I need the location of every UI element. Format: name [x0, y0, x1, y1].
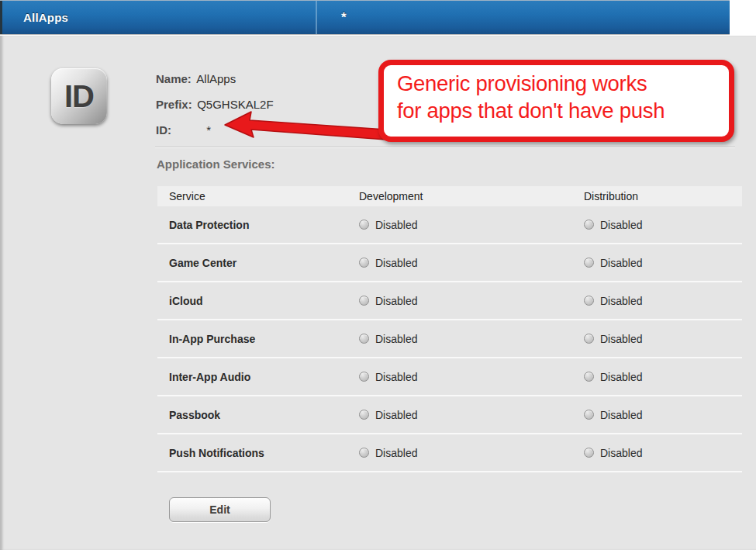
tab-app-id[interactable]: * [316, 1, 730, 34]
distribution-status: Disabled [584, 320, 642, 357]
status-label: Disabled [600, 333, 642, 345]
service-name: Passbook [169, 396, 220, 433]
radio-disabled-icon [359, 258, 369, 268]
prefix-label: Prefix: [156, 98, 194, 111]
service-name: Inter-App Audio [169, 358, 250, 395]
id-glyph: ID [64, 79, 94, 114]
status-label: Disabled [600, 371, 642, 383]
services-table-header: Service Development Distribution [157, 186, 742, 206]
radio-disabled-icon [584, 258, 594, 268]
status-label: Disabled [600, 409, 642, 421]
column-header-development: Development [359, 186, 423, 206]
development-status: Disabled [359, 396, 417, 433]
radio-disabled-icon [584, 410, 594, 420]
distribution-status: Disabled [584, 244, 642, 281]
radio-disabled-icon [359, 410, 369, 420]
service-name: In-App Purchase [169, 320, 255, 357]
status-label: Disabled [375, 333, 417, 345]
radio-disabled-icon [359, 334, 369, 344]
status-label: Disabled [600, 295, 642, 307]
header-bar: AllApps * [0, 0, 730, 35]
callout-text-line1: Generic provisioning works [397, 70, 729, 97]
development-status: Disabled [359, 358, 417, 395]
table-row-in-app-purchase: In-App Purchase Disabled Disabled [157, 320, 742, 358]
annotation-arrow-icon [211, 107, 389, 150]
status-label: Disabled [375, 371, 417, 383]
application-services-heading: Application Services: [157, 157, 275, 171]
name-value: AllApps [196, 72, 236, 85]
column-header-distribution: Distribution [584, 186, 638, 206]
table-row-inter-app-audio: Inter-App Audio Disabled Disabled [157, 358, 742, 396]
callout-text-line2: for apps that don't have push [397, 97, 729, 124]
distribution-status: Disabled [584, 206, 642, 243]
table-row-push-notifications: Push Notifications Disabled Disabled [157, 434, 742, 472]
table-row-passbook: Passbook Disabled Disabled [157, 396, 742, 434]
edit-button[interactable]: Edit [169, 497, 271, 522]
annotation-callout: Generic provisioning works for apps that… [378, 60, 734, 142]
development-status: Disabled [359, 282, 417, 319]
status-label: Disabled [375, 257, 417, 269]
app-id-detail-page: AllApps * ID Name: AllApps Prefix: Q5GHS… [0, 0, 756, 550]
service-name: Game Center [169, 244, 236, 281]
status-label: Disabled [600, 257, 642, 269]
id-label: ID: [156, 123, 203, 137]
tab-app-id-label: * [341, 10, 347, 26]
app-id-icon: ID [51, 68, 107, 124]
distribution-status: Disabled [584, 434, 642, 471]
distribution-status: Disabled [584, 282, 642, 319]
development-status: Disabled [359, 244, 417, 281]
detail-panel: ID Name: AllApps Prefix: Q5GHSKAL2F ID: … [0, 36, 756, 550]
radio-disabled-icon [584, 296, 594, 306]
development-status: Disabled [359, 434, 417, 471]
tab-app-name-label: AllApps [23, 11, 68, 24]
status-label: Disabled [600, 447, 642, 459]
status-label: Disabled [375, 447, 417, 459]
table-row-icloud: iCloud Disabled Disabled [157, 282, 742, 320]
status-label: Disabled [375, 295, 417, 307]
development-status: Disabled [359, 206, 417, 243]
name-label: Name: [156, 72, 194, 85]
tab-app-name[interactable]: AllApps [0, 1, 314, 34]
column-header-service: Service [169, 186, 205, 206]
radio-disabled-icon [359, 296, 369, 306]
services-table: Service Development Distribution Data Pr… [157, 186, 742, 472]
distribution-status: Disabled [584, 396, 642, 433]
detail-name-row: Name: AllApps [156, 72, 236, 85]
radio-disabled-icon [359, 220, 369, 230]
status-label: Disabled [375, 409, 417, 421]
table-row-game-center: Game Center Disabled Disabled [157, 244, 742, 282]
service-name: Push Notifications [169, 434, 264, 471]
development-status: Disabled [359, 320, 417, 357]
radio-disabled-icon [584, 372, 594, 382]
status-label: Disabled [375, 219, 417, 231]
table-row-data-protection: Data Protection Disabled Disabled [157, 206, 742, 244]
detail-id-row: ID: * [156, 123, 211, 137]
service-name: iCloud [169, 282, 203, 319]
radio-disabled-icon [584, 334, 594, 344]
distribution-status: Disabled [584, 358, 642, 395]
service-name: Data Protection [169, 206, 249, 243]
radio-disabled-icon [584, 220, 594, 230]
radio-disabled-icon [359, 448, 369, 458]
radio-disabled-icon [584, 448, 594, 458]
radio-disabled-icon [359, 372, 369, 382]
status-label: Disabled [600, 219, 642, 231]
